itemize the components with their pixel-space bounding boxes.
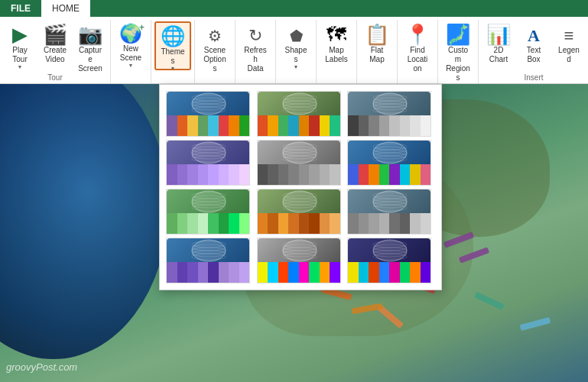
- theme-item-theme7[interactable]: [166, 189, 250, 235]
- play-tour-label: PlayTour: [12, 46, 27, 64]
- home-tab[interactable]: HOME: [41, 0, 90, 17]
- custom-regions-button[interactable]: CustomRegions: [441, 21, 475, 70]
- shapes-label: Shapes: [284, 46, 308, 64]
- map-globe: [0, 84, 168, 359]
- theme-item-theme4[interactable]: [166, 140, 250, 186]
- theme-item-theme3[interactable]: [347, 91, 431, 137]
- scene-options-label: SceneOptions: [203, 46, 227, 73]
- map-labels-button[interactable]: MapLabels: [320, 21, 353, 70]
- flatmap-icon: [365, 24, 389, 44]
- new-scene-label: NewScene: [120, 44, 141, 63]
- video-icon: [43, 24, 67, 44]
- shapes-icon: [290, 24, 303, 44]
- themes-globe-icon: [161, 26, 185, 46]
- ribbon-group-themes: Themes ▼: [151, 20, 195, 83]
- themes-grid: [166, 91, 435, 283]
- chart-icon: [486, 24, 511, 44]
- ribbon-group-scene: 🌍+ NewScene ▼: [111, 20, 151, 83]
- shapes-button[interactable]: Shapes ▼: [279, 21, 313, 70]
- custom-regions-label: CustomRegions: [446, 46, 470, 83]
- textbox-icon: [528, 24, 540, 44]
- find-location-button[interactable]: FindLocation: [401, 21, 434, 70]
- ribbon-group-insert: 2DChart TextBox Legend Insert: [479, 20, 588, 83]
- play-icon: [12, 24, 28, 44]
- ribbon: PlayTour ▼ CreateVideo CaptureScreen Tou…: [0, 17, 588, 84]
- theme-item-theme11[interactable]: [257, 238, 341, 283]
- ribbon-group-tour: PlayTour ▼ CreateVideo CaptureScreen Tou…: [0, 20, 111, 83]
- ribbon-group-refresh: RefreshData: [236, 20, 276, 83]
- theme-item-theme9[interactable]: [347, 189, 431, 235]
- options-icon: [208, 24, 222, 44]
- sceneopts-items: SceneOptions: [198, 21, 232, 80]
- ribbon-group-customreg: CustomRegions: [438, 20, 479, 83]
- theme-item-theme8[interactable]: [257, 189, 341, 235]
- create-video-label: CreateVideo: [44, 46, 67, 64]
- flat-map-button[interactable]: FlatMap: [360, 21, 394, 70]
- themes-arrow: ▼: [171, 66, 176, 71]
- new-scene-button[interactable]: 🌍+ NewScene ▼: [114, 21, 148, 70]
- tour-group-label: Tour: [3, 72, 107, 83]
- theme-item-theme5[interactable]: [257, 140, 341, 186]
- text-box-button[interactable]: TextBox: [517, 21, 551, 70]
- maplabels-items: MapLabels: [320, 21, 353, 80]
- customreg-items: CustomRegions: [441, 21, 475, 80]
- refresh-items: RefreshData: [239, 21, 272, 80]
- 2d-chart-label: 2DChart: [489, 46, 508, 64]
- camera-icon: [78, 24, 102, 44]
- capture-screen-label: CaptureScreen: [78, 46, 102, 73]
- refresh-group-label: [239, 80, 272, 83]
- insert-group-label: Insert: [482, 72, 586, 83]
- ribbon-group-flatmap: FlatMap: [357, 20, 398, 83]
- new-scene-icon: 🌍+: [119, 24, 142, 43]
- legend-button[interactable]: Legend: [552, 21, 586, 70]
- watermark: groovyPost.com: [6, 361, 77, 373]
- text-box-label: TextBox: [527, 46, 541, 64]
- themes-label: Themes: [161, 47, 185, 66]
- scene-items: 🌍+ NewScene ▼: [114, 21, 148, 80]
- ribbon-group-shapes: Shapes ▼: [276, 20, 317, 83]
- themes-dropdown: [159, 84, 442, 290]
- theme-item-theme6[interactable]: [347, 140, 431, 186]
- scene-group-label: [114, 80, 148, 83]
- capture-screen-button[interactable]: CaptureScreen: [73, 21, 107, 70]
- tour-items: PlayTour ▼ CreateVideo CaptureScreen: [3, 21, 107, 72]
- file-tab[interactable]: FILE: [0, 0, 41, 17]
- shapes-arrow: ▼: [294, 64, 299, 70]
- ribbon-group-findloc: FindLocation: [398, 20, 438, 83]
- new-scene-arrow: ▼: [128, 63, 134, 68]
- 2d-chart-button[interactable]: 2DChart: [482, 21, 515, 70]
- refresh-icon: [249, 24, 262, 44]
- map-labels-label: MapLabels: [325, 46, 347, 64]
- theme-item-theme12[interactable]: [347, 238, 431, 283]
- flatmap-items: FlatMap: [360, 21, 394, 80]
- theme-item-theme2[interactable]: [257, 91, 341, 137]
- map-marker-7: [520, 317, 551, 331]
- sceneopts-group-label: [198, 80, 232, 83]
- play-tour-button[interactable]: PlayTour ▼: [3, 21, 37, 70]
- ribbon-group-maplabels: MapLabels: [317, 20, 357, 83]
- legend-icon: [564, 24, 574, 44]
- findloc-items: FindLocation: [401, 21, 434, 80]
- find-location-label: FindLocation: [405, 46, 430, 73]
- insert-items: 2DChart TextBox Legend: [482, 21, 586, 72]
- create-video-button[interactable]: CreateVideo: [38, 21, 72, 70]
- ribbon-group-sceneopts: SceneOptions: [195, 20, 236, 83]
- findloc-icon: [405, 24, 430, 44]
- flat-map-label: FlatMap: [369, 46, 384, 64]
- shapes-items: Shapes ▼: [279, 21, 313, 80]
- shapes-group-label: [279, 80, 313, 83]
- customreg-icon: [446, 24, 470, 44]
- play-tour-arrow: ▼: [18, 64, 23, 70]
- legend-label: Legend: [557, 46, 581, 64]
- themes-items: Themes ▼: [154, 21, 191, 80]
- refresh-data-label: RefreshData: [243, 46, 268, 73]
- flatmap-group-label: [360, 80, 394, 83]
- scene-options-button[interactable]: SceneOptions: [198, 21, 232, 70]
- title-bar: FILE HOME: [0, 0, 588, 17]
- theme-item-theme1[interactable]: [166, 91, 250, 137]
- map-marker-6: [474, 292, 505, 310]
- maplabels-group-label: [320, 80, 353, 83]
- refresh-data-button[interactable]: RefreshData: [239, 21, 272, 70]
- theme-item-theme10[interactable]: [166, 238, 250, 283]
- themes-button[interactable]: Themes ▼: [154, 21, 191, 70]
